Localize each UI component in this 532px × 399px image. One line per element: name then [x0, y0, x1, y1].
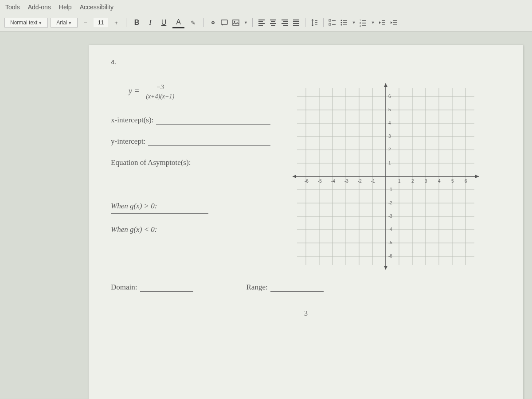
svg-text:-4: -4: [331, 179, 335, 184]
svg-rect-1: [233, 20, 239, 25]
svg-text:-4: -4: [388, 227, 392, 232]
asymptotes-label: Equation of Asymptote(s):: [111, 158, 191, 167]
svg-text:4: 4: [388, 121, 391, 125]
image-dropdown[interactable]: ▼: [244, 20, 248, 25]
numbered-list-icon[interactable]: 123: [359, 18, 368, 27]
range-field: Range:: [246, 283, 324, 292]
svg-point-10: [340, 20, 342, 21]
svg-text:-2: -2: [358, 179, 362, 184]
menu-tools[interactable]: Tools: [5, 4, 20, 11]
domain-field: Domain:: [111, 283, 193, 292]
svg-text:1: 1: [398, 179, 401, 184]
left-column: y = −3 (x+4)(x−1) x-intercept(s): y-inte…: [111, 79, 270, 274]
underline-button[interactable]: U: [158, 17, 170, 28]
numbered-dropdown[interactable]: ▼: [371, 20, 375, 25]
italic-button[interactable]: I: [145, 17, 155, 28]
content-row: y = −3 (x+4)(x−1) x-intercept(s): y-inte…: [111, 79, 501, 274]
toolbar: Normal text▼ Arial▼ − 11 + B I U A ✎ ▼ ▼…: [0, 14, 532, 31]
fraction-denominator: (x+4)(x−1): [144, 92, 176, 100]
menu-bar: Tools Add-ons Help Accessibility: [0, 0, 532, 14]
equation: y = −3 (x+4)(x−1): [111, 83, 270, 100]
fraction-numerator: −3: [144, 83, 176, 92]
bold-button[interactable]: B: [131, 17, 143, 28]
svg-point-11: [340, 22, 342, 23]
font-size-increase[interactable]: +: [111, 18, 121, 28]
blank-line[interactable]: [140, 284, 193, 292]
bottom-row: Domain: Range:: [111, 283, 501, 292]
svg-text:2: 2: [411, 179, 414, 184]
font-size-decrease[interactable]: −: [80, 18, 91, 28]
page-area: 4. y = −3 (x+4)(x−1) x-intercept(s):: [0, 31, 532, 399]
checklist-icon[interactable]: [328, 18, 337, 27]
blank-line[interactable]: [111, 237, 208, 237]
gx-positive-label: When g(x) > 0:: [111, 202, 157, 211]
gx-positive-field: When g(x) > 0:: [111, 202, 270, 211]
svg-text:4: 4: [438, 179, 441, 184]
problem-number: 4.: [111, 58, 501, 66]
svg-text:5: 5: [388, 107, 391, 112]
link-icon[interactable]: [208, 18, 217, 27]
svg-text:1: 1: [388, 160, 391, 165]
y-intercept-field: y-intercept:: [111, 137, 270, 146]
blank-line[interactable]: [148, 138, 270, 146]
svg-text:6: 6: [465, 179, 467, 184]
coordinate-grid: -6 -5 -4 -3 -2 -1 1 2 3 4 5 6 1: [288, 79, 483, 274]
svg-text:5: 5: [451, 179, 454, 184]
separator: [305, 18, 305, 27]
svg-rect-6: [329, 20, 331, 21]
equation-lhs: y =: [129, 86, 140, 95]
right-column: -6 -5 -4 -3 -2 -1 1 2 3 4 5 6 1: [288, 79, 501, 274]
svg-text:-6: -6: [305, 179, 309, 184]
text-color-button[interactable]: A: [172, 17, 184, 28]
asymptotes-field: Equation of Asymptote(s):: [111, 158, 270, 167]
blank-line[interactable]: [156, 117, 270, 125]
svg-text:-5: -5: [388, 240, 392, 245]
svg-text:-3: -3: [344, 179, 348, 184]
font-size-input[interactable]: 11: [94, 18, 108, 27]
svg-text:3: 3: [388, 134, 391, 139]
x-intercepts-field: x-intercept(s):: [111, 116, 270, 125]
separator: [203, 18, 204, 27]
svg-rect-0: [221, 20, 227, 24]
align-center-icon[interactable]: [269, 18, 278, 27]
svg-point-12: [340, 24, 342, 26]
separator: [252, 18, 253, 27]
menu-addons[interactable]: Add-ons: [28, 4, 51, 11]
fraction: −3 (x+4)(x−1): [144, 83, 176, 100]
bullet-list-icon[interactable]: [340, 18, 348, 27]
svg-text:-2: -2: [388, 200, 392, 205]
svg-text:-3: -3: [388, 214, 392, 219]
menu-accessibility[interactable]: Accessibility: [80, 4, 113, 11]
svg-text:2: 2: [388, 147, 391, 152]
gx-negative-field: When g(x) < 0:: [111, 225, 270, 234]
font-select[interactable]: Arial▼: [51, 18, 78, 27]
comment-icon[interactable]: [220, 18, 229, 27]
svg-text:6: 6: [388, 94, 391, 99]
image-icon[interactable]: [231, 18, 240, 27]
decrease-indent-icon[interactable]: [378, 18, 387, 27]
range-label: Range:: [246, 283, 268, 292]
svg-text:-5: -5: [318, 179, 322, 184]
svg-text:3: 3: [360, 24, 361, 27]
increase-indent-icon[interactable]: [389, 18, 398, 27]
domain-label: Domain:: [111, 283, 137, 292]
svg-text:3: 3: [425, 179, 427, 184]
separator: [126, 18, 126, 27]
svg-text:-1: -1: [371, 179, 375, 184]
blank-line[interactable]: [111, 213, 208, 214]
blank-line[interactable]: [270, 284, 324, 292]
highlight-button[interactable]: ✎: [187, 18, 199, 28]
align-justify-icon[interactable]: [292, 18, 301, 27]
document-page[interactable]: 4. y = −3 (x+4)(x−1) x-intercept(s):: [89, 45, 523, 399]
align-right-icon[interactable]: [280, 18, 289, 27]
separator: [323, 18, 324, 27]
bullet-dropdown[interactable]: ▼: [352, 20, 356, 25]
page-number: 3: [111, 309, 501, 317]
y-intercept-label: y-intercept:: [111, 137, 145, 146]
gx-negative-label: When g(x) < 0:: [111, 225, 157, 234]
style-select[interactable]: Normal text▼: [4, 18, 48, 27]
menu-help[interactable]: Help: [59, 4, 72, 11]
line-spacing-icon[interactable]: [310, 18, 319, 27]
align-left-icon[interactable]: [257, 18, 266, 27]
svg-text:-6: -6: [388, 254, 392, 258]
